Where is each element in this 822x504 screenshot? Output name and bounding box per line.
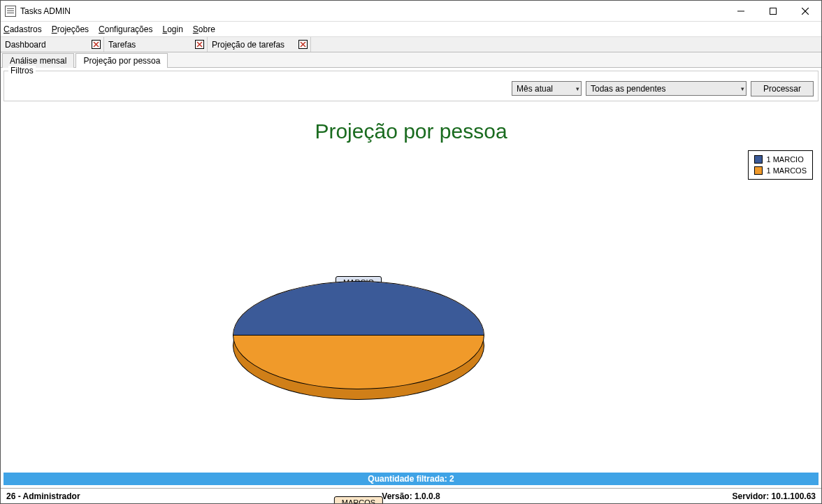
legend-label: 1 MARCOS [767,165,807,176]
chevron-down-icon: ▾ [741,85,744,92]
legend-item-marcos: 1 MARCOS [754,165,807,176]
pie-slice-marcio [233,282,484,336]
slice-label-marcos: MARCOS [334,496,383,504]
menubar: Cadastros Projeções Configurações Login … [1,22,821,37]
mdi-tab-label: Projeção de tarefas [212,40,284,50]
legend-item-marcio: 1 MARCIO [754,154,807,165]
mdi-tab-dashboard[interactable]: Dashboard [1,37,104,52]
status-server: Servidor: 10.1.100.63 [546,491,816,501]
process-button-label: Processar [763,84,801,94]
content: Filtros Mês atual ▾ Todas as pendentes ▾… [1,68,821,488]
month-select[interactable]: Mês atual ▾ [512,81,582,96]
chart-title: Projeção por pessoa [2,120,820,143]
status-select-value: Todas as pendentes [591,84,665,94]
statusbar: 26 - Administrador Versão: 1.0.0.8 Servi… [1,488,821,503]
titlebar: Tasks ADMIN [1,1,821,22]
subtab-projecao-pessoa[interactable]: Projeção por pessoa [75,53,168,68]
chart-area: Projeção por pessoa 1 MARCIO 1 MARCOS MA… [2,103,820,473]
svg-rect-1 [770,8,777,14]
subtabs: Análise mensal Projeção por pessoa [1,52,821,68]
menu-projecoes[interactable]: Projeções [52,24,89,34]
chevron-down-icon: ▾ [576,85,579,92]
legend-swatch [754,155,763,164]
subtab-label: Projeção por pessoa [83,56,160,66]
status-version: Versão: 1.0.0.8 [276,491,546,501]
chart-legend: 1 MARCIO 1 MARCOS [748,150,813,180]
window-title: Tasks ADMIN [20,6,71,16]
status-select[interactable]: Todas as pendentes ▾ [586,81,747,96]
mdi-close-icon[interactable] [298,40,308,49]
legend-swatch [754,166,763,175]
status-user: 26 - Administrador [6,491,276,501]
menu-configuracoes[interactable]: Configurações [99,24,152,34]
menu-sobre[interactable]: Sobre [193,24,215,34]
app-icon [5,6,16,17]
mdi-tab-label: Dashboard [5,40,46,50]
month-select-value: Mês atual [517,84,553,94]
maximize-button[interactable] [757,1,789,22]
pie-top [233,281,484,389]
subtab-label: Análise mensal [10,56,66,66]
menu-login[interactable]: Login [162,24,182,34]
summary-bar: Quantidade filtrada: 2 [3,473,819,485]
filters-group: Filtros Mês atual ▾ Todas as pendentes ▾… [3,71,819,101]
process-button[interactable]: Processar [751,81,814,96]
pie-chart: MARCIO MARCOS [233,201,484,403]
mdi-close-icon[interactable] [92,40,101,49]
menu-cadastros[interactable]: Cadastros [3,24,42,34]
mdi-tab-label: Tarefas [108,40,136,50]
legend-label: 1 MARCIO [767,154,804,165]
summary-text: Quantidade filtrada: 2 [368,474,454,484]
mdi-tab-projecao[interactable]: Projeção de tarefas [208,37,311,52]
close-button[interactable] [789,1,821,22]
mdi-close-icon[interactable] [195,40,204,49]
mdi-tabs: Dashboard Tarefas Projeção de tarefas [1,37,821,52]
minimize-button[interactable] [725,1,757,22]
mdi-tab-tarefas[interactable]: Tarefas [104,37,208,52]
filters-group-label: Filtros [8,66,36,75]
